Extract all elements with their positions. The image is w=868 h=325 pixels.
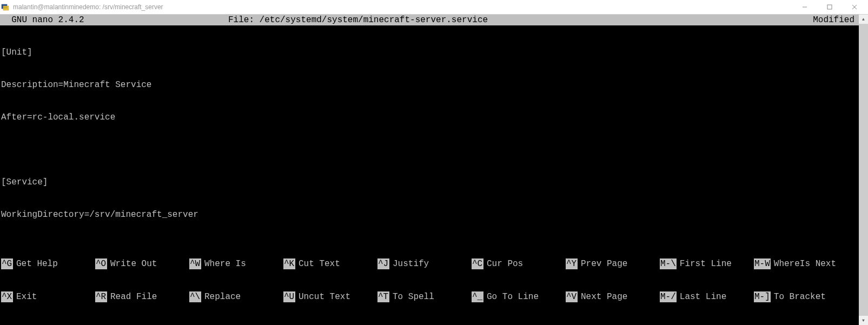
nano-shortcuts: ^GGet Help ^OWrite Out ^WWhere Is ^KCut … — [0, 236, 859, 325]
shortcut-uncut-text[interactable]: ^UUncut Text — [283, 291, 377, 302]
editor-line — [1, 144, 858, 155]
maximize-button[interactable] — [817, 0, 842, 14]
editor-area[interactable]: [Unit] Description=Minecraft Service Aft… — [0, 25, 859, 236]
editor-line: Description=Minecraft Service — [1, 79, 858, 90]
shortcut-cut-text[interactable]: ^KCut Text — [283, 258, 377, 269]
shortcut-last-line[interactable]: M-/Last Line — [660, 291, 754, 302]
scrollbar[interactable]: ▲ ▼ — [859, 15, 868, 325]
shortcut-get-help[interactable]: ^GGet Help — [1, 258, 95, 269]
shortcut-go-to-line[interactable]: ^_Go To Line — [472, 291, 566, 302]
shortcut-read-file[interactable]: ^RRead File — [95, 291, 189, 302]
scroll-track[interactable] — [859, 24, 868, 316]
putty-icon — [1, 3, 10, 11]
nano-modified: Modified — [793, 15, 858, 25]
shortcut-write-out[interactable]: ^OWrite Out — [95, 258, 189, 269]
scroll-down-button[interactable]: ▼ — [859, 316, 868, 325]
shortcut-whereis-next[interactable]: M-WWhereIs Next — [754, 258, 851, 269]
window-titlebar: malantin@malantinminedemo: /srv/minecraf… — [0, 0, 868, 15]
shortcut-row: ^XExit ^RRead File ^\Replace ^UUncut Tex… — [1, 291, 858, 302]
scroll-thumb[interactable] — [859, 24, 868, 316]
shortcut-where-is[interactable]: ^WWhere Is — [189, 258, 283, 269]
shortcut-justify[interactable]: ^JJustify — [377, 258, 472, 269]
window-buttons — [792, 0, 867, 14]
shortcut-exit[interactable]: ^XExit — [1, 291, 95, 302]
window-title: malantin@malantinminedemo: /srv/minecraf… — [13, 3, 792, 11]
shortcut-to-spell[interactable]: ^TTo Spell — [377, 291, 472, 302]
shortcut-prev-page[interactable]: ^YPrev Page — [566, 258, 660, 269]
nano-file: File: /etc/systemd/system/minecraft-serv… — [228, 15, 793, 25]
editor-line: [Unit] — [1, 47, 858, 58]
terminal[interactable]: GNU nano 2.4.2 File: /etc/systemd/system… — [0, 15, 868, 325]
shortcut-next-page[interactable]: ^VNext Page — [566, 291, 660, 302]
nano-version: GNU nano 2.4.2 — [1, 15, 228, 25]
nano-header: GNU nano 2.4.2 File: /etc/systemd/system… — [0, 15, 859, 25]
shortcut-replace[interactable]: ^\Replace — [189, 291, 283, 302]
shortcut-row: ^GGet Help ^OWrite Out ^WWhere Is ^KCut … — [1, 258, 858, 269]
scroll-up-button[interactable]: ▲ — [859, 15, 868, 24]
shortcut-to-bracket[interactable]: M-]To Bracket — [754, 291, 851, 302]
editor-line: After=rc-local.service — [1, 112, 858, 123]
close-button[interactable] — [842, 0, 867, 14]
minimize-button[interactable] — [792, 0, 817, 14]
svg-rect-5 — [827, 5, 832, 9]
editor-line: WorkingDirectory=/srv/minecraft_server — [1, 209, 858, 220]
shortcut-first-line[interactable]: M-\First Line — [660, 258, 754, 269]
terminal-body[interactable]: GNU nano 2.4.2 File: /etc/systemd/system… — [0, 15, 859, 325]
shortcut-cur-pos[interactable]: ^CCur Pos — [472, 258, 566, 269]
editor-line: [Service] — [1, 177, 858, 188]
